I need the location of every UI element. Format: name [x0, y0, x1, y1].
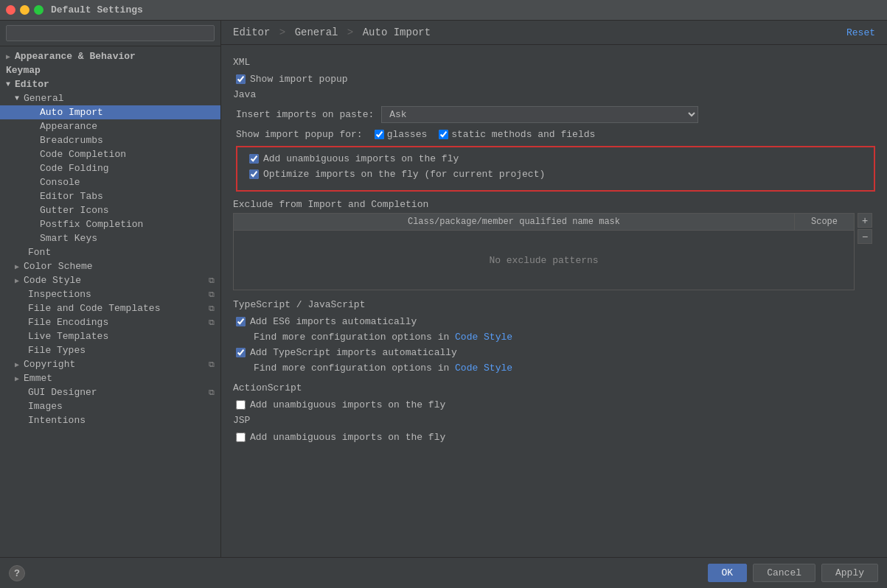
sidebar-item-label: Color Scheme — [24, 261, 93, 272]
sidebar-item-postfix-completion[interactable]: Postfix Completion — [0, 217, 220, 231]
add-typescript-row: Add TypeScript imports automatically — [233, 347, 875, 358]
sidebar-item-gutter-icons[interactable]: Gutter Icons — [0, 203, 220, 217]
arrow-icon: ▼ — [15, 94, 19, 102]
title-bar: Default Settings — [0, 0, 887, 21]
footer-right: OK Cancel Apply — [708, 564, 878, 582]
add-unambiguous-checkbox[interactable] — [249, 154, 259, 164]
xml-section-label: XML — [233, 57, 875, 68]
maximize-button[interactable] — [34, 5, 44, 15]
sidebar-item-gui-designer[interactable]: GUI Designer⧉ — [0, 385, 220, 399]
exclude-col-name: Class/package/member qualified name mask — [234, 214, 795, 230]
sidebar-item-code-completion[interactable]: Code Completion — [0, 147, 220, 161]
reset-button[interactable]: Reset — [846, 27, 875, 38]
sidebar-item-label: Intentions — [28, 415, 86, 426]
add-exclude-button[interactable]: + — [858, 213, 872, 228]
sidebar-item-auto-import[interactable]: Auto Import — [0, 105, 220, 119]
add-typescript-label[interactable]: Add TypeScript imports automatically — [236, 347, 457, 358]
sidebar-item-appearance[interactable]: Appearance — [0, 119, 220, 133]
add-unambiguous-text: Add unambiguous imports on the fly — [263, 153, 459, 164]
sidebar-item-intentions[interactable]: Intentions — [0, 413, 220, 427]
add-es6-checkbox[interactable] — [236, 317, 246, 326]
sidebar-item-file-types[interactable]: File Types — [0, 343, 220, 357]
code-style-link-2[interactable]: Code Style — [455, 363, 512, 374]
find-more-2-row: Find more configuration options in Code … — [233, 363, 875, 374]
sidebar-item-emmet[interactable]: ▶Emmet — [0, 371, 220, 385]
sidebar-item-label: Live Templates — [28, 331, 108, 342]
sidebar-item-label: File Encodings — [28, 317, 108, 328]
cancel-button[interactable]: Cancel — [753, 564, 815, 582]
optimize-imports-row: Optimize imports on the fly (for current… — [246, 169, 865, 180]
add-es6-label[interactable]: Add ES6 imports automatically — [236, 316, 417, 327]
sidebar-item-images[interactable]: Images — [0, 399, 220, 413]
optimize-imports-checkbox[interactable] — [249, 169, 259, 179]
window-controls — [6, 5, 44, 15]
insert-imports-select[interactable]: Ask Always Never — [381, 106, 698, 123]
xml-show-import-popup-checkbox[interactable] — [236, 74, 246, 84]
sidebar-item-label: GUI Designer — [28, 387, 97, 398]
sidebar-item-label: Appearance — [40, 121, 97, 132]
copy-icon: ⧉ — [209, 304, 215, 313]
sidebar-item-label: Emmet — [24, 373, 52, 384]
sidebar-item-font[interactable]: Font — [0, 245, 220, 259]
java-section-label: Java — [233, 89, 875, 100]
insert-imports-row: Insert imports on paste: Ask Always Neve… — [233, 106, 875, 123]
sidebar-item-file-code-templates[interactable]: File and Code Templates⧉ — [0, 301, 220, 315]
sidebar-item-code-style[interactable]: ▶Code Style⧉ — [0, 273, 220, 287]
static-methods-checkbox[interactable] — [439, 130, 448, 139]
add-typescript-text: Add TypeScript imports automatically — [250, 347, 457, 358]
sidebar-item-file-encodings[interactable]: File Encodings⧉ — [0, 315, 220, 329]
static-methods-text: static methods and fields — [451, 129, 595, 140]
sidebar-item-label: Console — [40, 177, 80, 188]
arrow-icon: ▶ — [6, 52, 10, 61]
content-header: Editor > General > Auto Import Reset — [221, 21, 887, 45]
minimize-button[interactable] — [20, 5, 29, 15]
content-body: XML Show import popup Java Insert import… — [221, 45, 887, 557]
sidebar-item-appearance-behavior[interactable]: ▶Appearance & Behavior — [0, 49, 220, 63]
sidebar-item-editor-tabs[interactable]: Editor Tabs — [0, 189, 220, 203]
optimize-imports-label[interactable]: Optimize imports on the fly (for current… — [249, 169, 545, 180]
sidebar-item-keymap[interactable]: Keymap — [0, 63, 220, 77]
footer: ? OK Cancel Apply — [0, 557, 887, 588]
remove-exclude-button[interactable]: − — [858, 229, 872, 244]
sidebar-item-console[interactable]: Console — [0, 175, 220, 189]
actionscript-add-checkbox[interactable] — [236, 400, 246, 410]
sidebar-item-general[interactable]: ▼General — [0, 91, 220, 105]
help-button[interactable]: ? — [9, 565, 25, 581]
actionscript-section-label: ActionScript — [233, 382, 875, 393]
copy-icon: ⧉ — [209, 360, 215, 369]
glasses-checkbox[interactable] — [375, 130, 384, 139]
sidebar-item-breadcrumbs[interactable]: Breadcrumbs — [0, 133, 220, 147]
jsp-add-checkbox[interactable] — [236, 433, 246, 442]
apply-button[interactable]: Apply — [821, 564, 878, 582]
add-typescript-checkbox[interactable] — [236, 348, 246, 357]
add-unambiguous-label[interactable]: Add unambiguous imports on the fly — [249, 153, 459, 164]
search-input[interactable] — [6, 25, 215, 41]
sidebar: ▶Appearance & BehaviorKeymap▼Editor▼Gene… — [0, 21, 221, 557]
close-button[interactable] — [6, 5, 15, 15]
xml-show-import-popup-label[interactable]: Show import popup — [236, 74, 348, 85]
sidebar-item-color-scheme[interactable]: ▶Color Scheme — [0, 259, 220, 273]
static-methods-label[interactable]: static methods and fields — [439, 129, 595, 140]
show-popup-for-row: Show import popup for: glasses static me… — [233, 129, 875, 140]
sidebar-item-code-folding[interactable]: Code Folding — [0, 161, 220, 175]
glasses-label[interactable]: glasses — [375, 129, 428, 140]
exclude-table-buttons: + − — [858, 213, 872, 244]
actionscript-add-label[interactable]: Add unambiguous imports on the fly — [236, 399, 445, 410]
arrow-icon: ▶ — [15, 360, 19, 369]
breadcrumb-sep-1: > — [279, 27, 292, 38]
show-popup-for-label: Show import popup for: — [236, 129, 363, 140]
sidebar-item-label: Postfix Completion — [40, 219, 143, 230]
sidebar-item-editor[interactable]: ▼Editor — [0, 77, 220, 91]
ok-button[interactable]: OK — [708, 564, 748, 582]
exclude-empty-text: No exclude patterns — [234, 231, 854, 290]
jsp-add-label[interactable]: Add unambiguous imports on the fly — [236, 432, 445, 443]
sidebar-item-label: Appearance & Behavior — [15, 51, 136, 62]
copy-icon: ⧉ — [209, 318, 215, 327]
code-style-link-1[interactable]: Code Style — [455, 332, 512, 343]
sidebar-item-inspections[interactable]: Inspections⧉ — [0, 287, 220, 301]
sidebar-item-smart-keys[interactable]: Smart Keys — [0, 231, 220, 245]
red-outlined-box: Add unambiguous imports on the fly Optim… — [236, 146, 875, 192]
search-box[interactable] — [0, 21, 220, 46]
sidebar-item-copyright[interactable]: ▶Copyright⧉ — [0, 357, 220, 371]
sidebar-item-live-templates[interactable]: Live Templates — [0, 329, 220, 343]
